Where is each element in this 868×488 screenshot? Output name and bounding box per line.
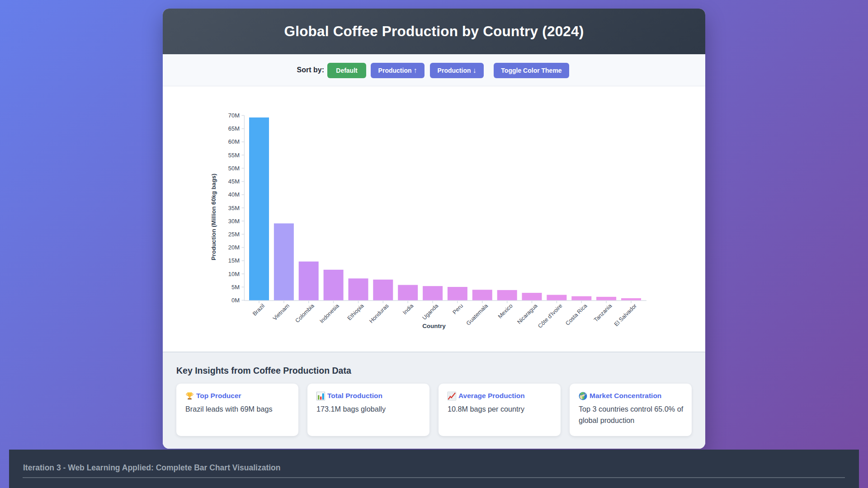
svg-text:Colombia: Colombia: [294, 303, 316, 324]
svg-text:Vietnam: Vietnam: [272, 303, 291, 322]
svg-text:15M: 15M: [228, 257, 240, 264]
svg-text:55M: 55M: [228, 152, 240, 159]
svg-text:Indonesia: Indonesia: [318, 303, 340, 324]
svg-text:Tanzania: Tanzania: [593, 303, 613, 323]
svg-text:5M: 5M: [231, 284, 240, 291]
svg-text:Country: Country: [422, 323, 446, 329]
svg-text:Côte d'Ivoire: Côte d'Ivoire: [537, 303, 563, 329]
svg-text:25M: 25M: [228, 231, 240, 238]
svg-text:Guatemala: Guatemala: [465, 303, 489, 327]
svg-text:65M: 65M: [228, 125, 240, 132]
svg-text:10M: 10M: [228, 271, 240, 277]
svg-text:Mexico: Mexico: [497, 303, 514, 320]
svg-text:40M: 40M: [228, 191, 240, 198]
svg-text:50M: 50M: [228, 165, 240, 172]
svg-text:30M: 30M: [228, 218, 240, 225]
svg-text:Uganda: Uganda: [421, 303, 439, 321]
svg-text:35M: 35M: [228, 205, 240, 211]
svg-text:Costa Rica: Costa Rica: [564, 303, 588, 327]
svg-text:Honduras: Honduras: [368, 303, 390, 324]
svg-text:60M: 60M: [228, 138, 240, 145]
svg-text:Nicaragua: Nicaragua: [516, 303, 538, 325]
svg-text:Ethiopia: Ethiopia: [346, 303, 365, 322]
svg-text:0M: 0M: [231, 297, 240, 304]
svg-text:El Salvador: El Salvador: [613, 303, 638, 328]
svg-text:70M: 70M: [228, 112, 240, 119]
svg-text:Production (Million 60kg bags): Production (Million 60kg bags): [210, 174, 217, 260]
svg-text:India: India: [401, 303, 415, 316]
svg-text:20M: 20M: [228, 244, 240, 251]
svg-text:45M: 45M: [228, 178, 240, 185]
svg-text:Brazil: Brazil: [251, 303, 266, 317]
svg-text:Peru: Peru: [451, 303, 464, 316]
